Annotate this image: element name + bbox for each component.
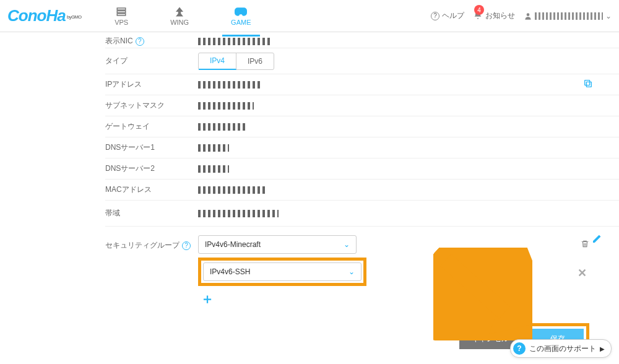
row-gateway: ゲートウェイ (105, 116, 619, 137)
header: ConoHabyGMO VPS WING GAME ? ヘルプ (0, 0, 619, 32)
server-icon (116, 6, 127, 17)
svg-rect-1 (117, 11, 126, 12)
tab-ipv6[interactable]: IPv6 (236, 53, 274, 69)
value-redacted (198, 81, 260, 89)
help-icon: ? (431, 12, 439, 20)
row-nic: 表示NIC ? (105, 35, 619, 48)
tab-ipv4[interactable]: IPv4 (199, 53, 236, 70)
notice-badge: 4 (474, 5, 484, 15)
row-subnet: サブネットマスク (105, 95, 619, 116)
value-redacted (198, 165, 229, 173)
svg-rect-5 (585, 80, 590, 85)
svg-rect-0 (117, 8, 126, 10)
svg-point-3 (527, 13, 530, 16)
value-redacted (198, 144, 229, 152)
chevron-down-icon: ⌄ (344, 240, 350, 249)
security-group-select-1[interactable]: IPv4v6-Minecraft ⌄ (198, 235, 357, 254)
user-name-redacted (535, 12, 603, 20)
add-security-group-button[interactable]: ＋ (201, 290, 619, 308)
tab-vps[interactable]: VPS (106, 2, 137, 30)
value-redacted (198, 186, 266, 194)
row-ip: IPアドレス (105, 74, 619, 95)
tab-game[interactable]: GAME (222, 2, 259, 30)
row-dns2: DNSサーバー2 (105, 158, 619, 180)
row-band: 帯域 (105, 201, 619, 227)
help-icon[interactable]: ? (182, 241, 191, 250)
row-dns1: DNSサーバー1 (105, 137, 619, 158)
chevron-down-icon: ⌄ (348, 267, 355, 276)
support-badge[interactable]: ? この画面のサポート ▶ (510, 339, 612, 358)
row-type: タイプ IPv4 IPv6 (105, 48, 619, 74)
value-redacted (198, 123, 248, 131)
user-icon (524, 12, 532, 20)
remove-icon[interactable]: ✕ (578, 266, 587, 280)
logo[interactable]: ConoHabyGMO (7, 6, 106, 25)
svg-rect-2 (117, 14, 126, 15)
wing-icon (174, 6, 185, 17)
row-secgroup: セキュリティグループ ? IPv4v6-Minecraft ⌄ IPv4v6-S… (105, 235, 619, 308)
gamepad-icon (235, 6, 247, 17)
ip-type-tabs: IPv4 IPv6 (198, 53, 274, 70)
value-redacted (198, 210, 279, 217)
help-icon[interactable]: ? (136, 37, 144, 46)
content-panel: 表示NIC ? タイプ IPv4 IPv6 IPアドレス サブネットマスク ゲー… (0, 32, 619, 355)
header-right: ? ヘルプ 4 お知らせ ⌄ (431, 10, 612, 22)
user-menu[interactable]: ⌄ (524, 12, 612, 20)
row-mac: MACアドレス (105, 180, 619, 201)
nav-tabs: VPS WING GAME (106, 2, 259, 30)
highlight-annotation: IPv4v6-SSH ⌄ (198, 258, 366, 286)
tab-wing[interactable]: WING (162, 2, 197, 30)
support-icon: ? (513, 342, 526, 355)
help-link[interactable]: ? ヘルプ (431, 11, 464, 21)
pencil-icon[interactable] (592, 234, 602, 246)
value-redacted (198, 38, 272, 45)
value-redacted (198, 102, 254, 110)
notice-link[interactable]: 4 お知らせ (473, 10, 515, 22)
chevron-down-icon: ⌄ (605, 12, 612, 20)
copy-icon[interactable] (583, 79, 593, 90)
security-group-select-2[interactable]: IPv4v6-SSH ⌄ (203, 262, 361, 281)
trash-icon[interactable] (581, 239, 589, 249)
svg-rect-4 (586, 82, 591, 87)
